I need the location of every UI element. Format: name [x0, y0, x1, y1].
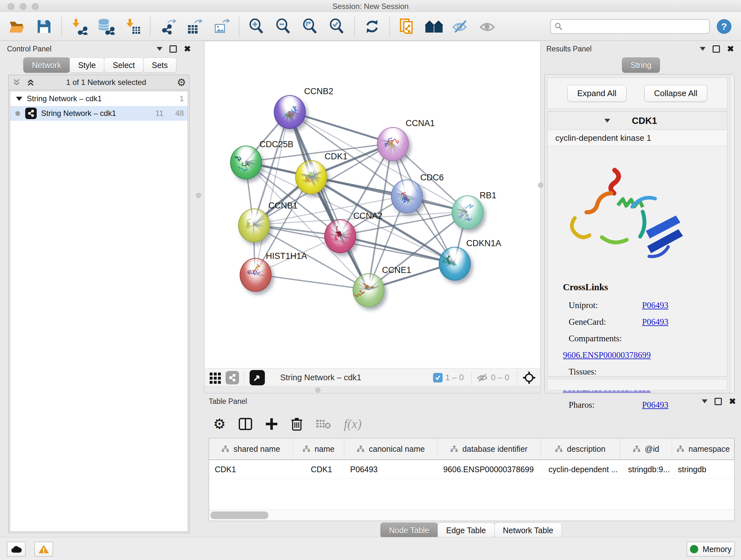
column-header-description[interactable]: description — [541, 438, 620, 459]
network-row-selected[interactable]: String Network – cdk1 11 48 — [10, 106, 188, 121]
import-table-from-file-button[interactable] — [119, 15, 146, 38]
open-in-new-view-button[interactable] — [250, 370, 265, 385]
tab-sets[interactable]: Sets — [143, 57, 177, 73]
delete-table-button[interactable] — [316, 419, 331, 429]
float-panel-icon[interactable] — [170, 45, 177, 53]
collection-caret-icon[interactable] — [16, 97, 22, 101]
tab-node-table[interactable]: Node Table — [381, 523, 438, 538]
network-node-CCNA2[interactable] — [324, 219, 356, 253]
panel-menu-icon[interactable] — [157, 47, 162, 51]
network-node-CCNB1[interactable] — [238, 208, 270, 242]
bottom-splitter-handle[interactable] — [315, 388, 320, 393]
network-node-HIST1H1A[interactable] — [240, 258, 272, 292]
cloud-status-button[interactable] — [7, 542, 25, 557]
tab-string[interactable]: String — [622, 57, 660, 73]
network-canvas[interactable]: CCNB2CCNA1CDC25BCDK1CDC6RB1CCNB1CCNA2CDK… — [205, 41, 540, 368]
open-session-button[interactable] — [4, 15, 30, 38]
table-cell[interactable]: stringdb — [672, 460, 734, 479]
network-node-CDKN1A[interactable] — [439, 247, 471, 281]
left-splitter-handle[interactable] — [196, 193, 201, 198]
import-network-from-file-button[interactable] — [66, 15, 92, 38]
zoom-fit-content-button[interactable] — [297, 15, 324, 38]
table-row[interactable]: CDK1CDK1P064939606.ENSP00000378699cyclin… — [209, 460, 734, 479]
birdseye-grid-icon[interactable] — [209, 371, 222, 384]
save-session-button[interactable] — [30, 15, 57, 38]
network-node-CCNE1[interactable] — [353, 273, 385, 307]
scrollbar-thumb[interactable] — [210, 511, 268, 519]
help-button[interactable]: ? — [717, 19, 731, 34]
gene-section-header[interactable]: CDK1 — [548, 112, 727, 130]
column-header-canonical-name[interactable]: canonical name — [344, 438, 437, 459]
tab-style[interactable]: Style — [70, 57, 105, 73]
tab-network[interactable]: Network — [23, 57, 70, 73]
float-panel-icon[interactable] — [713, 45, 720, 53]
panel-menu-icon[interactable] — [700, 47, 705, 51]
expand-all-button[interactable]: Expand All — [567, 85, 626, 102]
selected-nodes-checkbox-icon[interactable] — [433, 373, 443, 382]
create-column-button[interactable] — [265, 418, 278, 430]
expand-all-icon[interactable] — [26, 78, 36, 87]
table-horizontal-scrollbar[interactable] — [209, 509, 734, 521]
export-image-button[interactable] — [208, 15, 235, 38]
panel-menu-icon[interactable] — [702, 399, 708, 403]
table-cell[interactable]: stringdb:9... — [620, 460, 672, 479]
zoom-selected-button[interactable] — [324, 15, 350, 38]
network-node-CDC6[interactable] — [391, 179, 423, 213]
results-horizontal-scrollbar[interactable] — [547, 379, 727, 390]
import-network-from-database-button[interactable] — [92, 15, 119, 38]
table-cell[interactable]: CDK1 — [209, 460, 293, 479]
column-header-namespace[interactable]: namespace — [672, 438, 734, 459]
tab-edge-table[interactable]: Edge Table — [437, 523, 495, 538]
crosslink-link[interactable]: 9606.ENSP00000378699 — [563, 350, 651, 360]
hide-selected-button[interactable] — [448, 15, 474, 38]
table-cell[interactable]: P06493 — [344, 460, 437, 479]
refresh-view-button[interactable] — [359, 15, 386, 38]
network-edge[interactable] — [289, 111, 368, 290]
table-cell[interactable]: CDK1 — [293, 460, 345, 479]
new-network-from-selection-button[interactable] — [394, 15, 421, 38]
network-options-gear-icon[interactable]: ⚙ — [177, 78, 186, 87]
results-vertical-scrollbar[interactable] — [730, 74, 734, 393]
network-node-CDC25B[interactable] — [230, 145, 262, 179]
float-panel-icon[interactable] — [715, 398, 722, 405]
table-cell[interactable]: 9606.ENSP00000378699 — [437, 460, 541, 479]
tab-network-table[interactable]: Network Table — [494, 523, 562, 538]
close-panel-icon[interactable]: ✖ — [729, 398, 736, 405]
function-builder-button[interactable]: f(x) — [344, 416, 361, 431]
zoom-in-button[interactable] — [243, 15, 270, 38]
table-cell[interactable]: cyclin-dependent ... — [541, 460, 620, 479]
network-collection-row[interactable]: String Network – cdk1 1 — [10, 91, 188, 106]
close-panel-icon[interactable]: ✖ — [184, 46, 191, 52]
table-options-gear-button[interactable]: ⚙ — [213, 417, 226, 431]
memory-button[interactable]: Memory — [687, 542, 735, 557]
warnings-button[interactable] — [35, 542, 53, 557]
network-node-CCNB2[interactable] — [274, 95, 306, 129]
delete-column-button[interactable] — [291, 417, 303, 431]
column-type-icon — [677, 445, 684, 452]
fit-selected-crosshair-icon[interactable] — [522, 371, 536, 384]
network-edge[interactable] — [255, 274, 368, 290]
tab-select[interactable]: Select — [104, 57, 143, 73]
export-table-button[interactable] — [181, 15, 208, 38]
network-node-RB1[interactable] — [452, 195, 483, 229]
show-columns-button[interactable] — [239, 418, 253, 430]
crosslink-link[interactable]: P06493 — [642, 300, 669, 310]
column-header-shared-name[interactable]: shared name — [209, 438, 293, 459]
close-panel-icon[interactable]: ✖ — [727, 46, 734, 52]
search-input[interactable] — [563, 21, 705, 31]
gene-collapse-caret-icon[interactable] — [604, 119, 610, 123]
first-neighbors-button[interactable] — [421, 15, 448, 38]
crosslink-link[interactable]: P06493 — [642, 317, 669, 327]
column-header--id[interactable]: @id — [620, 438, 672, 459]
export-network-button[interactable] — [154, 15, 181, 38]
network-share-icon[interactable] — [226, 371, 239, 384]
column-header-database-identifier[interactable]: database identifier — [437, 438, 541, 459]
column-header-name[interactable]: name — [293, 438, 345, 459]
horizontal-splitter[interactable] — [205, 386, 540, 393]
network-node-CDK1[interactable] — [295, 160, 327, 194]
zoom-out-button[interactable] — [270, 15, 297, 38]
collapse-all-button[interactable]: Collapse All — [644, 85, 708, 102]
show-all-button[interactable] — [474, 15, 501, 38]
collapse-all-icon[interactable] — [12, 78, 21, 87]
network-node-CCNA1[interactable] — [377, 127, 409, 161]
